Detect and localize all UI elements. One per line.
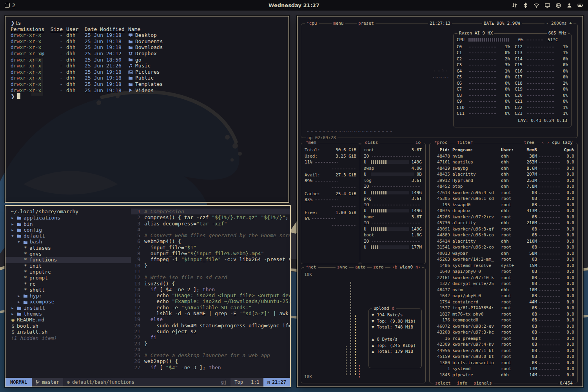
process-row[interactable]: 1642napi/phy0-0root0B0.0 — [430, 293, 577, 299]
net-interface[interactable]: ‹b wlan0 n› — [390, 265, 422, 270]
workspace-indicator[interactable]: 2 — [5, 2, 15, 8]
cpu-core-row: C200% — [515, 93, 568, 99]
tree-item-functions[interactable]: *functions — [5, 257, 131, 263]
tree-item-inputrc[interactable]: *inputrc — [11, 269, 131, 275]
tree-item-config[interactable]: ▸config — [11, 227, 131, 233]
tree-item-default[interactable]: ▾default — [11, 233, 131, 239]
info-button[interactable]: info — [457, 381, 468, 386]
tree-item-envs[interactable]: *envs — [11, 251, 131, 257]
process-row[interactable]: 46072kworker/u98:2-evroot0B0.0 — [430, 323, 577, 330]
btop-window[interactable]: *cpu menu preset 21:27:13 BAT▲ 98% 2.90W… — [297, 16, 583, 387]
process-row[interactable]: 43208kworker/u97:3-kcroot0B0.0 — [430, 329, 577, 336]
tree-item-aliases[interactable]: *aliases — [11, 245, 131, 251]
disks-label[interactable]: disks — [363, 140, 379, 145]
process-row[interactable]: 47161nautilusdhh263M0.0 — [430, 159, 577, 165]
signals-button[interactable]: signals — [474, 381, 492, 386]
code-editor[interactable]: 1# Compression2compress() { tar -czf "${… — [131, 206, 290, 378]
process-row[interactable]: 1640napi/phy0-0root0B0.0 — [430, 269, 577, 275]
process-row[interactable]: 45414alacrittydhh210M0.0 — [430, 238, 577, 245]
process-row[interactable]: 40075dropboxdhh413M0.0 — [430, 208, 577, 214]
net-auto-toggle[interactable]: auto — [354, 265, 367, 270]
process-row[interactable]: 39912Hyprlanddhh253M0.0 — [430, 178, 577, 184]
process-row[interactable]: 44956kworker/u97:1-btroot0B0.0 — [430, 348, 577, 354]
tree-item-readme-md[interactable]: ◉README.md — [11, 317, 131, 323]
process-row[interactable]: 45263kworker/14:2-mm_root0B0.0 — [430, 256, 577, 263]
tree-item-install[interactable]: ▸install — [11, 305, 131, 311]
branch-icon — [36, 380, 40, 385]
tree-item-applications[interactable]: ▸applications — [11, 215, 131, 221]
folder-icon — [17, 306, 22, 310]
process-row[interactable]: 42309kworker/u97:4-kvroot0B0.0 — [430, 341, 577, 348]
ls-header-row: PermissionsSizeUserDate ModifiedName — [11, 26, 283, 33]
process-row[interactable]: 45305kworker/u96:1-sdroot0B0.0 — [430, 196, 577, 202]
updates-icon[interactable] — [512, 2, 517, 8]
process-row[interactable]: 1577irq/81-PIXA3854:root0B0.0 — [430, 305, 577, 311]
cpu-core-row: C210% — [515, 98, 568, 105]
tree-item-hypr[interactable]: ▸hypr — [11, 293, 131, 299]
process-row[interactable]: 1827mt76-tx phy0root0B0.0 — [430, 311, 577, 318]
process-row[interactable]: 45266kworker/u97:2+evroot0B0.0 — [430, 214, 577, 220]
tab-net[interactable]: *net — [304, 265, 318, 270]
tree-item-rc[interactable]: *rc — [11, 281, 131, 287]
tree-item-init[interactable]: *init — [11, 263, 131, 269]
tab-proc[interactable]: *proc — [433, 140, 449, 145]
net-zero-toggle[interactable]: zero — [372, 265, 385, 270]
tab-cpu[interactable]: *cpu — [305, 21, 319, 26]
tree-item-install-sh[interactable]: $install.sh — [11, 329, 131, 335]
process-row[interactable]: 1327dmcrypt_write/25root0B0.0 — [430, 281, 577, 287]
preset-button[interactable]: preset — [357, 21, 376, 26]
terminal-window[interactable]: ❯lsPermissionsSizeUserDate ModifiedNamed… — [5, 16, 289, 203]
process-row[interactable]: 48452btopdhh7.8M0.0 — [430, 183, 577, 190]
battery-icon[interactable] — [577, 2, 583, 8]
tree-item-prompt[interactable]: *prompt — [11, 275, 131, 281]
display-icon[interactable] — [544, 2, 550, 8]
process-row[interactable]: 176kcompactd0root0B0.0 — [430, 317, 577, 323]
process-row[interactable]: 48429swaybgdhh8.6M0.0 — [430, 165, 577, 172]
filter-button[interactable]: filter — [456, 140, 474, 145]
menu-button[interactable]: menu — [332, 21, 345, 26]
process-row[interactable]: 195kswapd0root0B0.0 — [430, 202, 577, 208]
wifi-icon[interactable] — [534, 2, 539, 8]
tree-item-bin[interactable]: ▸bin — [11, 221, 131, 227]
tree-toggle[interactable]: tree — [523, 140, 536, 145]
process-row[interactable]: 1486systemd-resolvesyst+15M0.0 — [430, 263, 577, 269]
process-row[interactable]: 45730alacrittydhh210M0.0 — [430, 220, 577, 226]
process-row[interactable]: 1380btrfs-transactioroot0B0.0 — [430, 360, 577, 366]
tree-item-shell[interactable]: *shell — [11, 287, 131, 293]
io-toggle[interactable]: io — [414, 140, 422, 145]
bluetooth-icon[interactable] — [523, 2, 528, 8]
desktop-icon — [128, 33, 133, 38]
mem-row: Cache:25.4 GiB — [305, 191, 356, 197]
update-interval[interactable]: - 2000ms + — [544, 21, 573, 26]
process-row[interactable]: 1794containerdroot44M0.0 — [430, 299, 577, 305]
process-row[interactable]: 47613kworker/u96:4-sdroot0B0.0 — [430, 190, 577, 196]
network-icon[interactable] — [555, 2, 561, 8]
process-row[interactable]: 43091kworker/u96:3-gfroot0B0.0 — [430, 226, 577, 232]
tree-item-xcompose[interactable]: ▸xcompose — [11, 299, 131, 305]
cpu-core-row: C80% — [457, 93, 510, 99]
prompt-line[interactable]: ❯ — [11, 93, 283, 100]
account-icon[interactable] — [566, 2, 572, 8]
process-row[interactable]: 31541kworker/u96:2-coroot0B0.0 — [430, 244, 577, 250]
tab-mem[interactable]: *mem — [304, 140, 318, 145]
neovim-window[interactable]: ~/.local/share/omarchy▸applications▸bin▸… — [5, 205, 291, 387]
process-row[interactable]: 45159kworker/u98:0-btroot0B0.0 — [430, 354, 577, 360]
process-row[interactable]: 1systemdroot13M0.0 — [430, 366, 577, 372]
process-row[interactable]: 44889kworker/u96:0-coroot0B0.0 — [430, 232, 577, 238]
process-row[interactable]: 48478nvimdhh38M0.0 — [430, 153, 577, 160]
net-sync-toggle[interactable]: sync — [336, 265, 349, 270]
process-row[interactable]: 40013waybardhh58M0.0 — [430, 250, 577, 257]
process-row[interactable]: 48477nvimdhh10M0.0 — [430, 287, 577, 293]
git-branch[interactable]: master — [32, 378, 63, 387]
process-row[interactable]: 16rcu_preemptroot0B0.0 — [430, 336, 577, 342]
cpu-total-row: CPU 0% 51°C — [457, 37, 568, 43]
select-button[interactable]: select — [435, 381, 451, 386]
tree-item-boot-sh[interactable]: $boot.sh — [11, 323, 131, 329]
cpu-core-row: C33% — [457, 62, 510, 68]
tree-item-themes[interactable]: ▸themes — [11, 311, 131, 317]
tree-item-bash[interactable]: ▾bash — [11, 239, 131, 245]
process-row[interactable]: 48435alacrittydhh207M0.0 — [430, 171, 577, 178]
process-row[interactable]: 22161kworker/u97:10-kroot0B0.0 — [430, 275, 577, 281]
sort-selector[interactable]: ‹ › cpu lazy — [540, 140, 574, 145]
process-row[interactable]: 1845pipewiredhh14M0.0 — [430, 372, 577, 378]
